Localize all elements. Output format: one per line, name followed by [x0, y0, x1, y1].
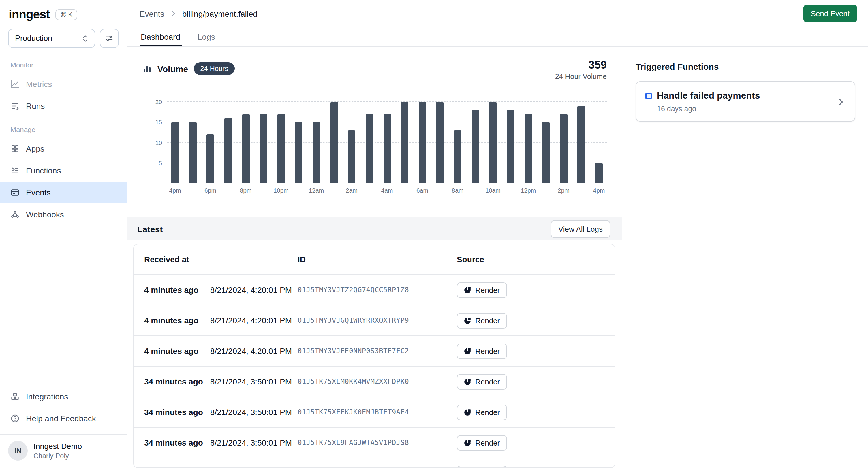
chart-x-tick-slot [542, 187, 550, 194]
sidebar-nav: MonitorMetricsRunsManageAppsFunctionsEve… [0, 53, 127, 225]
source-badge[interactable]: Render [457, 435, 507, 450]
right-panel: Triggered Functions Handle failed paymen… [622, 47, 868, 468]
latest-header-band: Latest View All Logs [127, 217, 622, 240]
chart-x-tick-slot [295, 187, 303, 194]
sidebar-item-label: Events [26, 188, 51, 197]
volume-total-label: 24 Hour Volume [555, 73, 607, 81]
render-logo-icon [464, 378, 471, 385]
event-row[interactable]: 44 minutes ago8/21/2024, 3:40:01 PM01J5T… [134, 458, 615, 468]
chart-x-tick-label: 10pm [273, 187, 289, 194]
volume-bar [189, 123, 196, 183]
sidebar-item-runs[interactable]: Runs [0, 95, 127, 117]
source-badge[interactable]: Render [457, 313, 507, 328]
events-icon [10, 188, 20, 197]
relative-time: 4 minutes ago [144, 346, 198, 356]
chart-x-tick-slot: 8am [454, 187, 461, 194]
nav-section-label: Monitor [0, 53, 127, 73]
tab-logs[interactable]: Logs [196, 27, 216, 46]
user-info: Inngest Demo Charly Poly [33, 442, 82, 460]
received-datetime: 8/21/2024, 4:20:01 PM [210, 316, 292, 325]
sidebar-item-events[interactable]: Events [0, 181, 127, 203]
source-badge[interactable]: Render [457, 374, 507, 389]
latest-title: Latest [137, 224, 163, 234]
source-badge[interactable]: Render [457, 343, 507, 359]
render-logo-icon [464, 439, 471, 446]
received-datetime: 8/21/2024, 3:50:01 PM [210, 377, 292, 386]
chart-y-tick-label: 15 [155, 119, 162, 125]
sidebar-item-help-and-feedback[interactable]: Help and Feedback [0, 407, 127, 429]
source-badge[interactable]: Render [457, 465, 507, 468]
source-label: Render [475, 377, 500, 386]
triggered-function-name-row: Handle failed payments [645, 91, 836, 101]
received-at-cell: 4 minutes ago8/21/2024, 4:20:01 PM [144, 316, 298, 325]
volume-bar [578, 106, 585, 183]
source-badge[interactable]: Render [457, 404, 507, 420]
volume-bar [277, 114, 285, 183]
environment-settings-button[interactable] [100, 29, 119, 48]
chart-x-tick-slot: 10am [489, 187, 497, 194]
received-at-cell: 4 minutes ago8/21/2024, 4:20:01 PM [144, 285, 298, 295]
sidebar-item-webhooks[interactable]: Webhooks [0, 203, 127, 225]
chart-x-tick-label: 6am [416, 187, 428, 194]
range-badge[interactable]: 24 Hours [194, 62, 235, 75]
view-all-logs-button[interactable]: View All Logs [551, 220, 610, 238]
triggered-functions-title: Triggered Functions [636, 62, 855, 71]
column-header-received-at: Received at [144, 255, 298, 264]
sidebar-item-label: Apps [26, 144, 44, 153]
chart-x-tick-slot: 4pm [171, 187, 179, 194]
send-event-button[interactable]: Send Event [803, 5, 857, 23]
event-id: 01J5TK75XEM0KK4MVMZXXFDPK0 [298, 377, 457, 386]
inngest-logo: inngest [9, 7, 50, 21]
render-logo-icon [464, 317, 471, 324]
user-name: Inngest Demo [33, 442, 82, 450]
environment-selector-value: Production [15, 34, 52, 43]
column-header-source: Source [457, 255, 606, 264]
event-row[interactable]: 34 minutes ago8/21/2024, 3:50:01 PM01J5T… [134, 427, 615, 458]
environment-selector[interactable]: Production [8, 29, 95, 48]
volume-bar [489, 102, 497, 183]
chart-x-tick-label: 6pm [205, 187, 216, 194]
volume-header: Volume 24 Hours 359 24 Hour Volume [143, 62, 607, 81]
event-id: 01J5TMY3VJTZ2QG74QCC5RP1Z8 [298, 286, 457, 294]
sidebar-item-metrics[interactable]: Metrics [0, 73, 127, 95]
triggered-function-meta: 16 days ago [645, 105, 836, 113]
volume-bar [383, 114, 391, 183]
event-row[interactable]: 34 minutes ago8/21/2024, 3:50:01 PM01J5T… [134, 366, 615, 397]
source-label: Render [475, 286, 500, 294]
received-datetime: 8/21/2024, 4:20:01 PM [210, 346, 292, 356]
event-row[interactable]: 4 minutes ago8/21/2024, 4:20:01 PM01J5TM… [134, 335, 615, 366]
chart-x-tick-slot: 4am [383, 187, 391, 194]
volume-bar [366, 114, 373, 183]
sidebar-item-label: Help and Feedback [26, 414, 96, 423]
event-row[interactable]: 34 minutes ago8/21/2024, 3:50:01 PM01J5T… [134, 397, 615, 427]
chart-x-tick-slot [259, 187, 267, 194]
sidebar-item-integrations[interactable]: Integrations [0, 386, 127, 407]
user-row[interactable]: IN Inngest Demo Charly Poly [0, 434, 127, 467]
sidebar-item-apps[interactable]: Apps [0, 138, 127, 160]
integrations-icon [10, 392, 20, 401]
command-k-shortcut-badge[interactable]: ⌘ K [55, 9, 77, 20]
chart-bars [171, 98, 603, 183]
sidebar-item-label: Metrics [26, 79, 52, 89]
chart-x-tick-slot [507, 187, 515, 194]
volume-bar [454, 131, 461, 183]
triggered-function-card[interactable]: Handle failed payments 16 days ago [636, 81, 855, 122]
sidebar-item-label: Functions [26, 166, 61, 175]
chart-x-tick-label: 8pm [240, 187, 252, 194]
breadcrumb-events-link[interactable]: Events [140, 9, 164, 18]
chart-x-tick-slot: 4pm [595, 187, 603, 194]
volume-bar [419, 102, 426, 183]
render-logo-icon [464, 286, 471, 294]
chart-x-tick-slot [578, 187, 585, 194]
event-row[interactable]: 4 minutes ago8/21/2024, 4:20:01 PM01J5TM… [134, 305, 615, 335]
sidebar-item-functions[interactable]: Functions [0, 160, 127, 181]
volume-bar [507, 110, 515, 183]
app-window: inngest ⌘ K Production MonitorMetricsRun… [0, 0, 868, 468]
chart-x-tick-slot [330, 187, 338, 194]
event-row[interactable]: 4 minutes ago8/21/2024, 4:20:01 PM01J5TM… [134, 274, 615, 305]
logo-row: inngest ⌘ K [0, 0, 127, 26]
tab-dashboard[interactable]: Dashboard [140, 27, 181, 46]
source-badge[interactable]: Render [457, 282, 507, 298]
apps-icon [10, 144, 20, 153]
sidebar: inngest ⌘ K Production MonitorMetricsRun… [0, 0, 127, 468]
